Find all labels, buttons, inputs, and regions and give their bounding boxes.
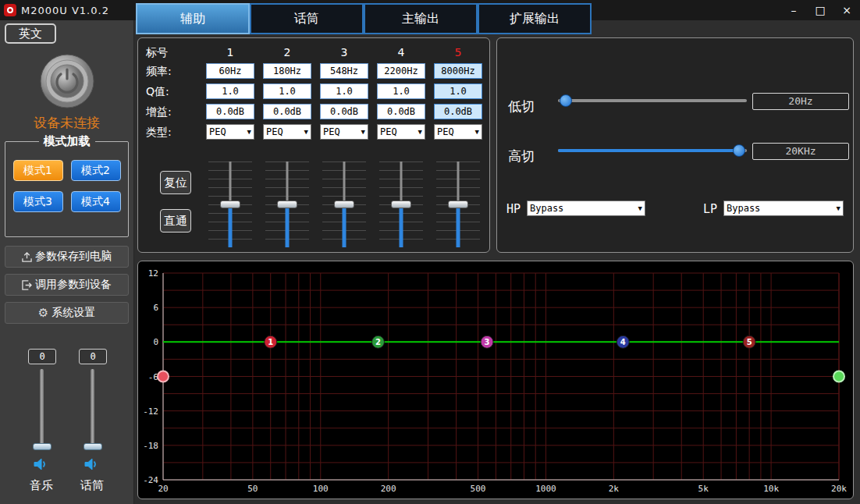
- load-params-to-device-button[interactable]: 调用参数到设备: [5, 274, 129, 296]
- export-arrow-icon: [22, 280, 32, 290]
- eq-response-chart[interactable]: 1260-6-12-18-24205010020050010002k5k10k2…: [138, 261, 853, 499]
- tab-ext-output[interactable]: 扩展输出: [478, 3, 592, 34]
- bypass-button[interactable]: 直通: [160, 209, 191, 232]
- band-4-gain-input[interactable]: [377, 104, 425, 119]
- band-2-type-value: PEQ: [266, 126, 283, 137]
- mode-1-button[interactable]: 模式1: [13, 160, 63, 181]
- chevron-down-icon: ▼: [361, 128, 365, 136]
- music-volume-slider[interactable]: [40, 369, 44, 447]
- band-1-freq-input[interactable]: [206, 63, 254, 79]
- close-button[interactable]: ×: [833, 0, 860, 20]
- band-5-q-input[interactable]: [434, 83, 482, 99]
- band-4-type-dropdown[interactable]: PEQ▼: [377, 124, 425, 140]
- band-4-gain-slider[interactable]: [379, 161, 423, 247]
- band-1-type-dropdown[interactable]: PEQ▼: [206, 124, 254, 140]
- tab-main-output[interactable]: 主输出: [364, 3, 478, 34]
- mic-volume-slider[interactable]: [91, 369, 94, 447]
- band-5-freq-input[interactable]: [434, 63, 482, 79]
- low-cut-handle[interactable]: [158, 371, 169, 382]
- hp-filter-value: Bypass: [530, 203, 563, 214]
- band-4-freq-input[interactable]: [377, 63, 425, 79]
- eq-point-label: 3: [485, 338, 490, 346]
- y-axis-tick: -24: [143, 475, 158, 485]
- mode-4-button[interactable]: 模式4: [71, 191, 121, 212]
- band-1-type-value: PEQ: [209, 126, 226, 137]
- band-5-type-dropdown[interactable]: PEQ▼: [434, 124, 482, 140]
- band-2-gain-slider[interactable]: [265, 161, 309, 247]
- mic-volume-control: 0 话筒: [69, 344, 115, 504]
- eq-point-label: 1: [268, 338, 273, 346]
- high-cut-value: 20KHz: [752, 143, 849, 160]
- reset-button[interactable]: 复位: [160, 171, 191, 194]
- band-2-q-input[interactable]: [263, 83, 311, 99]
- music-volume-value: 0: [28, 349, 56, 364]
- band-3-type-value: PEQ: [323, 126, 340, 137]
- minimize-button[interactable]: –: [780, 0, 807, 20]
- chevron-down-icon: ▼: [837, 204, 840, 212]
- mic-volume-thumb[interactable]: [84, 443, 102, 450]
- type-row-label: 类型:: [146, 126, 172, 140]
- band-4-q-input[interactable]: [377, 83, 425, 99]
- lp-filter-dropdown[interactable]: Bypass ▼: [723, 201, 844, 216]
- tab-mic[interactable]: 话筒: [250, 3, 364, 34]
- crossover-panel: 低切 20Hz 高切 20KHz HP Bypass ▼ LP Bypass ▼: [496, 37, 854, 253]
- band-2-gain-input[interactable]: [263, 104, 311, 119]
- lp-label: LP: [703, 202, 717, 216]
- band-1-gain-input[interactable]: [206, 104, 254, 119]
- mode-3-button[interactable]: 模式3: [13, 191, 63, 212]
- gain-row-label: 增益:: [146, 105, 172, 119]
- band-1-gain-slider[interactable]: [208, 161, 252, 247]
- lp-filter-value: Bypass: [727, 203, 760, 214]
- low-cut-value: 20Hz: [752, 93, 849, 110]
- eq-point-label: 5: [747, 338, 752, 346]
- speaker-icon: [34, 458, 49, 474]
- band-5-gain-input[interactable]: [434, 104, 482, 119]
- mode-group-title: 模式加载: [39, 134, 95, 149]
- low-cut-slider-thumb[interactable]: [560, 94, 572, 107]
- hp-label: HP: [506, 202, 521, 216]
- band-3-q-input[interactable]: [320, 83, 368, 99]
- band-4-slider-thumb[interactable]: [391, 201, 411, 208]
- music-volume-thumb[interactable]: [33, 443, 52, 450]
- band-4-type-value: PEQ: [380, 126, 397, 137]
- low-cut-slider[interactable]: [558, 94, 747, 107]
- high-cut-slider-thumb[interactable]: [733, 144, 745, 157]
- band-5-gain-slider[interactable]: [436, 161, 480, 247]
- x-axis-tick: 500: [471, 484, 486, 494]
- system-settings-label: 系统设置: [52, 306, 95, 320]
- band-3-type-dropdown[interactable]: PEQ▼: [320, 124, 368, 140]
- band-5-type-value: PEQ: [437, 126, 454, 137]
- save-params-to-pc-button[interactable]: 参数保存到电脑: [5, 246, 129, 268]
- y-axis-tick: 12: [148, 268, 158, 279]
- band-1-slider-thumb[interactable]: [220, 201, 240, 208]
- eq-point-label: 2: [375, 338, 381, 346]
- band-3-gain-input[interactable]: [320, 104, 368, 119]
- system-settings-button[interactable]: ⚙ 系统设置: [5, 302, 129, 324]
- band-2-freq-input[interactable]: [263, 63, 311, 79]
- power-button[interactable]: [39, 53, 95, 109]
- language-toggle-button[interactable]: 英文: [5, 23, 56, 44]
- x-axis-tick: 200: [381, 484, 396, 494]
- band-2-slider-thumb[interactable]: [277, 201, 297, 208]
- band-3-slider-thumb[interactable]: [334, 201, 354, 208]
- band-5-slider-thumb[interactable]: [448, 201, 468, 208]
- high-cut-handle[interactable]: [833, 371, 844, 382]
- band-3-gain-slider[interactable]: [322, 161, 366, 247]
- power-icon: [39, 53, 95, 109]
- band-2-type-dropdown[interactable]: PEQ▼: [263, 124, 311, 140]
- x-axis-tick: 20: [158, 484, 168, 494]
- band-1-q-input[interactable]: [206, 83, 254, 99]
- tab-aux[interactable]: 辅助: [136, 3, 250, 34]
- band-3-freq-input[interactable]: [320, 63, 368, 79]
- x-axis-tick: 50: [247, 484, 258, 494]
- sidebar: 英文 设备未连接 模式加载 模式1 模式2: [0, 20, 134, 504]
- maximize-button[interactable]: □: [807, 0, 833, 20]
- load-params-label: 调用参数到设备: [35, 278, 112, 292]
- band-5-number: 5: [434, 46, 482, 59]
- high-cut-slider[interactable]: [558, 144, 747, 157]
- hp-filter-dropdown[interactable]: Bypass ▼: [527, 201, 645, 216]
- mode-2-button[interactable]: 模式2: [71, 160, 121, 181]
- mode-load-group: 模式加载 模式1 模式2 模式3 模式4: [5, 134, 129, 237]
- q-row-label: Q值:: [146, 85, 169, 99]
- y-axis-tick: 0: [153, 337, 158, 347]
